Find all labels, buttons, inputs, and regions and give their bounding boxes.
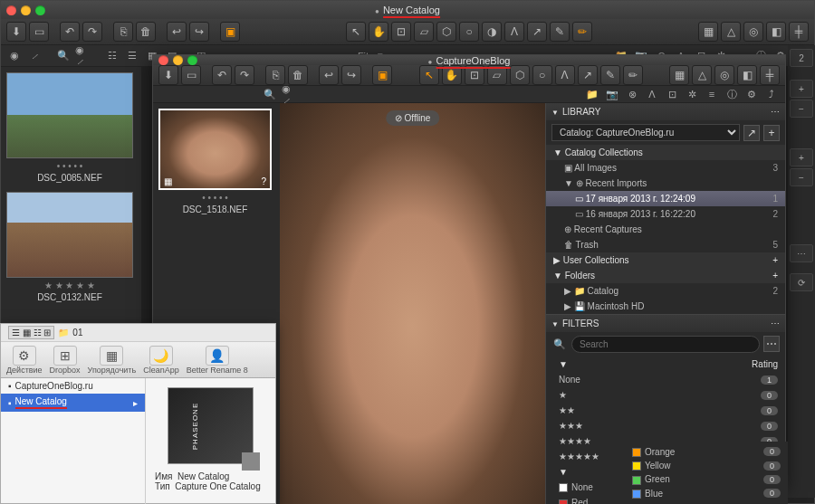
viewmode-1[interactable]: ☷ bbox=[104, 48, 120, 64]
minimize-icon[interactable] bbox=[21, 5, 31, 15]
wb-tool[interactable]: Λ bbox=[555, 65, 575, 85]
trash-button[interactable]: 🗑 bbox=[136, 22, 156, 42]
add-icon[interactable]: + bbox=[772, 271, 778, 281]
library-header[interactable]: ▼LIBRARY⋯ bbox=[546, 103, 785, 120]
straighten-tool[interactable]: ▱ bbox=[414, 22, 434, 42]
crop-icon[interactable]: ⊡ bbox=[664, 86, 680, 102]
color-green[interactable]: Green0 bbox=[628, 472, 784, 486]
add-catalog-button[interactable]: + bbox=[763, 125, 780, 141]
undo-button[interactable]: ↩ bbox=[167, 22, 187, 42]
mask-tool[interactable]: ◑ bbox=[482, 22, 502, 42]
spot-tool[interactable]: ○ bbox=[532, 65, 552, 85]
dropbox-button[interactable]: ⊞Dropbox bbox=[50, 346, 81, 375]
close-icon[interactable] bbox=[158, 55, 168, 65]
redo-button[interactable]: ↪ bbox=[189, 22, 209, 42]
close-icon[interactable] bbox=[6, 5, 16, 15]
viewer-image[interactable]: ⊘ Offline bbox=[280, 103, 545, 504]
brush-tool[interactable]: ✏ bbox=[623, 65, 643, 85]
thumbnail[interactable]: ? ▦ • • • • • DSC_1518.NEF bbox=[158, 109, 272, 214]
copy-button[interactable]: ⎘ bbox=[113, 22, 133, 42]
rotate-left-button[interactable]: ↶ bbox=[60, 22, 80, 42]
file-item-selected[interactable]: ▪New Catalog▸ bbox=[1, 394, 145, 412]
curve-tool[interactable]: ↗ bbox=[527, 22, 547, 42]
export-icon[interactable]: ⤴ bbox=[763, 86, 780, 102]
redo-button[interactable]: ↪ bbox=[341, 65, 361, 85]
strip-minus2[interactable]: − bbox=[790, 168, 813, 186]
keystone-tool[interactable]: ⬡ bbox=[436, 22, 456, 42]
minimize-icon[interactable] bbox=[173, 55, 183, 65]
capture-button[interactable]: ▭ bbox=[181, 65, 201, 85]
filter-icon[interactable]: ◉ ⟋ bbox=[75, 48, 91, 64]
color-orange[interactable]: Orange0 bbox=[628, 445, 784, 459]
strip-minus[interactable]: − bbox=[790, 100, 813, 118]
menu-icon[interactable]: ⋯ bbox=[771, 319, 780, 328]
thumbnail[interactable]: • • • • • DSC_0085.NEF bbox=[6, 72, 133, 183]
catalog-collections-head[interactable]: ▼ Catalog Collections bbox=[546, 145, 785, 160]
picker-tool[interactable]: ✎ bbox=[600, 65, 620, 85]
rating-3star[interactable]: ★★★0 bbox=[546, 418, 785, 433]
color-yellow[interactable]: Yellow0 bbox=[628, 459, 784, 472]
folder-mac-item[interactable]: ▶ 💾 Macintosh HD bbox=[546, 299, 785, 314]
all-images-item[interactable]: ▣ All Images3 bbox=[546, 160, 785, 176]
import-date-item[interactable]: ▭ 16 января 2013 г. 16:22:202 bbox=[546, 206, 785, 222]
curve-tool[interactable]: ↗ bbox=[578, 65, 598, 85]
rating-2star[interactable]: ★★0 bbox=[546, 403, 785, 418]
search-input[interactable] bbox=[571, 336, 760, 353]
guides-button[interactable]: ╪ bbox=[789, 22, 809, 42]
strip-plus[interactable]: + bbox=[790, 80, 813, 98]
rating-head[interactable]: ▼ Rating bbox=[546, 357, 785, 372]
rotate-right-button[interactable]: ↷ bbox=[235, 65, 254, 85]
menu-icon[interactable]: ⋯ bbox=[771, 107, 780, 117]
user-collections-head[interactable]: ▶ User Collections+ bbox=[546, 252, 785, 268]
rating-1star[interactable]: ★0 bbox=[546, 387, 785, 403]
process-button[interactable]: ▣ bbox=[372, 65, 392, 85]
undo-button[interactable]: ↩ bbox=[319, 65, 339, 85]
rotate-left-button[interactable]: ↶ bbox=[212, 65, 232, 85]
strip-plus2[interactable]: + bbox=[790, 148, 813, 166]
crop-tool[interactable]: ⊡ bbox=[391, 22, 411, 42]
search-options[interactable]: ⋯ bbox=[763, 336, 780, 352]
info-button[interactable]: ◧ bbox=[737, 65, 757, 85]
picker-tool[interactable]: ✎ bbox=[550, 22, 570, 42]
arrange-button[interactable]: ▦Упорядочить bbox=[88, 346, 137, 375]
file-item[interactable]: ▪CaptureOneBlog.ru bbox=[1, 378, 145, 394]
slider-icon[interactable]: ⟋ bbox=[26, 48, 43, 64]
output-icon[interactable]: ⓘ bbox=[724, 86, 740, 102]
view-toggle[interactable]: ☰ ▦ ☷ ⊞ bbox=[8, 326, 54, 339]
recent-imports-item[interactable]: ▼ ⊕ Recent Imports bbox=[546, 176, 785, 191]
search-icon[interactable]: 🔍 bbox=[55, 48, 72, 64]
guides-button[interactable]: ╪ bbox=[760, 65, 780, 85]
folders-head[interactable]: ▼ Folders+ bbox=[546, 268, 785, 283]
gear-icon[interactable]: ⚙ bbox=[743, 86, 760, 102]
filter-icon[interactable]: ◉ ⟋ bbox=[282, 86, 298, 102]
import-button[interactable]: ⬇ bbox=[6, 22, 26, 42]
warn-button[interactable]: △ bbox=[692, 65, 712, 85]
strip-menu[interactable]: ⋯ bbox=[790, 244, 813, 262]
add-icon[interactable]: + bbox=[772, 255, 778, 265]
zoom-icon[interactable] bbox=[35, 5, 45, 15]
action-button[interactable]: ⚙Действие bbox=[6, 346, 43, 375]
eye-icon[interactable]: ◉ bbox=[6, 48, 23, 64]
info-button[interactable]: ◧ bbox=[766, 22, 786, 42]
brush-tool[interactable]: ✏ bbox=[572, 22, 592, 42]
cleanapp-button[interactable]: 🌙CleanApp bbox=[143, 346, 179, 375]
rotate-right-button[interactable]: ↷ bbox=[82, 22, 102, 42]
reveal-button[interactable]: ↗ bbox=[743, 125, 760, 141]
grid-button[interactable]: ▦ bbox=[669, 65, 689, 85]
zoom-icon[interactable] bbox=[187, 55, 197, 65]
import-date-item[interactable]: ▭ 17 января 2013 г. 12:24:091 bbox=[546, 191, 785, 206]
straighten-icon[interactable]: Λ bbox=[644, 86, 660, 102]
wb-picker-tool[interactable]: Λ bbox=[504, 22, 524, 42]
search-icon[interactable]: 🔍 bbox=[262, 86, 278, 102]
capture-button[interactable]: ▭ bbox=[29, 22, 49, 42]
spot-tool[interactable]: ○ bbox=[459, 22, 479, 42]
rename-button[interactable]: 👤Better Rename 8 bbox=[187, 346, 248, 375]
import-button[interactable]: ⬇ bbox=[158, 65, 178, 85]
linked-icon[interactable]: ⊗ bbox=[624, 86, 640, 102]
strip-reset[interactable]: ⟳ bbox=[790, 273, 813, 291]
cursor-tool[interactable]: ↖ bbox=[346, 22, 366, 42]
meta-icon[interactable]: ≡ bbox=[704, 86, 720, 102]
thumbnail[interactable]: ★ ★ ★ ★ ★ DSC_0132.NEF bbox=[6, 192, 133, 302]
rating-none[interactable]: None1 bbox=[546, 372, 785, 387]
focus-button[interactable]: ◎ bbox=[714, 65, 734, 85]
